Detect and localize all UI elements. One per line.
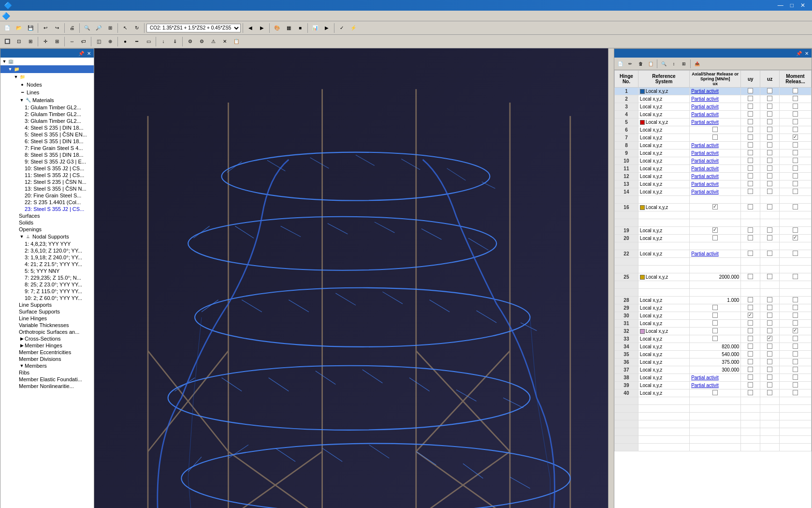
tree-model-data[interactable]: ▼ 📁 — [0, 73, 94, 81]
menu-view[interactable] — [28, 15, 35, 17]
checkbox-uy[interactable] — [748, 390, 753, 395]
tree-var-thick[interactable]: Variable Thicknesses — [0, 322, 94, 329]
checkbox-uy[interactable] — [748, 88, 753, 93]
tbl-copy[interactable]: 📋 — [646, 59, 655, 69]
tree-ns-2[interactable]: 2: 3,6,10; Z 120.0°; YY... — [0, 247, 94, 254]
tb2-line[interactable]: ━ — [131, 36, 142, 47]
tree-mat-6[interactable]: 6: Steel S 355 | DIN 18... — [0, 138, 94, 145]
checkbox-uy[interactable] — [748, 158, 753, 163]
menu-options[interactable] — [74, 15, 82, 17]
checkbox-ux[interactable] — [712, 305, 718, 310]
checkbox-uy[interactable] — [748, 351, 753, 357]
nav-pin[interactable]: 📌 — [77, 51, 85, 56]
checkbox-uy[interactable] — [748, 127, 753, 132]
checkbox-px[interactable] — [793, 134, 798, 140]
partial-activity-link[interactable]: Partial activit — [691, 143, 719, 148]
menu-file[interactable] — [12, 15, 20, 17]
checkbox-uy[interactable] — [748, 328, 753, 333]
checkbox-uz[interactable] — [767, 367, 772, 372]
tree-ns-5[interactable]: 5: 5; YYY NNY — [0, 268, 94, 274]
tb-undo[interactable]: ↩ — [40, 23, 51, 33]
checkbox-px[interactable] — [793, 336, 798, 341]
checkbox-px[interactable] — [793, 227, 798, 233]
menu-calculate[interactable] — [43, 15, 51, 17]
checkbox-uz[interactable] — [767, 251, 772, 256]
checkbox-uy[interactable] — [748, 173, 753, 179]
checkbox-uz[interactable] — [767, 328, 772, 333]
checkbox-uy[interactable] — [748, 165, 753, 171]
checkbox-uz[interactable] — [767, 142, 772, 148]
checkbox-px[interactable] — [793, 344, 798, 349]
tb2-label[interactable]: 🏷 — [78, 36, 89, 47]
tree-materials[interactable]: ▼ 🔧 Materials — [0, 96, 94, 104]
checkbox-px[interactable] — [793, 111, 798, 117]
checkbox-uy[interactable] — [748, 111, 753, 117]
partial-activity-link[interactable]: Partial activit — [691, 251, 719, 256]
tree-mat-8[interactable]: 8: Steel S 355 | DIN 18... — [0, 151, 94, 158]
tb-zoom-out[interactable]: 🔎 — [93, 23, 104, 33]
tb2-view2[interactable]: ⊡ — [14, 36, 24, 47]
checkbox-uz[interactable] — [767, 359, 772, 364]
tb-zoom-all[interactable]: ⊞ — [105, 23, 116, 33]
tree-nodes[interactable]: ● Nodes — [0, 81, 94, 89]
checkbox-px[interactable] — [793, 390, 798, 395]
tree-mat-13[interactable]: 13: Steel S 355 | ČSN N... — [0, 185, 94, 192]
checkbox-ux[interactable] — [712, 328, 718, 333]
data-grid-container[interactable]: HingeNo. ReferenceSystem Axial/Shear Rel… — [614, 70, 812, 508]
tree-member-nonlin[interactable]: Member Nonlinearitie... — [0, 383, 94, 389]
checkbox-ux[interactable] — [712, 313, 718, 318]
checkbox-uz[interactable] — [767, 165, 772, 171]
tree-mat-22[interactable]: 22: S 235 1.4401 (Col... — [0, 199, 94, 206]
tree-line-supports[interactable]: Line Supports — [0, 301, 94, 308]
toggle-project[interactable]: ▼ — [7, 67, 13, 72]
checkbox-uz[interactable] — [767, 119, 772, 124]
checkbox-uz[interactable] — [767, 189, 772, 194]
checkbox-uy[interactable] — [748, 359, 753, 364]
tb-redo[interactable]: ↪ — [52, 23, 62, 33]
nav-close[interactable]: ✕ — [86, 51, 92, 56]
tb-save[interactable]: 💾 — [25, 23, 36, 33]
checkbox-uy[interactable] — [748, 204, 753, 209]
tbl-new[interactable]: 📄 — [615, 59, 625, 69]
partial-activity-link[interactable]: Partial activit — [691, 166, 719, 171]
tb-next[interactable]: ▶ — [257, 23, 267, 33]
tree-ns-1[interactable]: 1: 4,8,23; YYY YYY — [0, 240, 94, 247]
checkbox-uz[interactable] — [767, 181, 772, 186]
partial-activity-link[interactable]: Partial activit — [691, 181, 719, 187]
checkbox-ux[interactable] — [712, 336, 718, 341]
checkbox-px[interactable] — [793, 251, 798, 256]
checkbox-uy[interactable] — [748, 344, 753, 349]
checkbox-px[interactable] — [793, 320, 798, 326]
checkbox-uz[interactable] — [767, 390, 772, 395]
checkbox-uy[interactable] — [748, 374, 753, 380]
tree-member-div[interactable]: Member Divisions — [0, 356, 94, 362]
tree-surface-supports[interactable]: Surface Supports — [0, 308, 94, 315]
tbl-cols[interactable]: ⊞ — [679, 59, 689, 69]
checkbox-uy[interactable] — [748, 274, 753, 279]
viewport[interactable]: Z X Y — [94, 48, 614, 508]
tree-mat-7[interactable]: 7: Fine Grain Steel S 4... — [0, 145, 94, 151]
tree-members[interactable]: ▼ Members — [0, 362, 94, 369]
checkbox-ux[interactable] — [712, 235, 718, 240]
tree-ns-10[interactable]: 10: 2; Z 60.0°; YYY YY... — [0, 295, 94, 301]
tree-mat-23[interactable]: 23: Steel S 355 J2 | CS... — [0, 206, 94, 212]
partial-activity-link[interactable]: Partial activit — [691, 375, 719, 380]
checkbox-px[interactable] — [793, 359, 798, 364]
tbl-filter[interactable]: 🔍 — [659, 59, 668, 69]
checkbox-uz[interactable] — [767, 336, 772, 341]
checkbox-px[interactable] — [793, 313, 798, 318]
checkbox-px[interactable] — [793, 382, 798, 388]
checkbox-uy[interactable] — [748, 142, 753, 148]
checkbox-px[interactable] — [793, 119, 798, 124]
checkbox-px[interactable] — [793, 204, 798, 209]
tree-member-elastic[interactable]: Member Elastic Foundati... — [0, 376, 94, 383]
tb-wire[interactable]: ▦ — [283, 23, 294, 33]
tb2-snap[interactable]: ✛ — [40, 36, 51, 47]
tb2-more2[interactable]: ⚙ — [196, 36, 207, 47]
partial-activity-link[interactable]: Partial activit — [691, 158, 719, 164]
checkbox-uz[interactable] — [767, 382, 772, 388]
checkbox-px[interactable] — [793, 142, 798, 148]
checkbox-uz[interactable] — [767, 88, 772, 93]
checkbox-ux[interactable] — [712, 204, 718, 209]
partial-activity-link[interactable]: Partial activit — [691, 112, 719, 117]
